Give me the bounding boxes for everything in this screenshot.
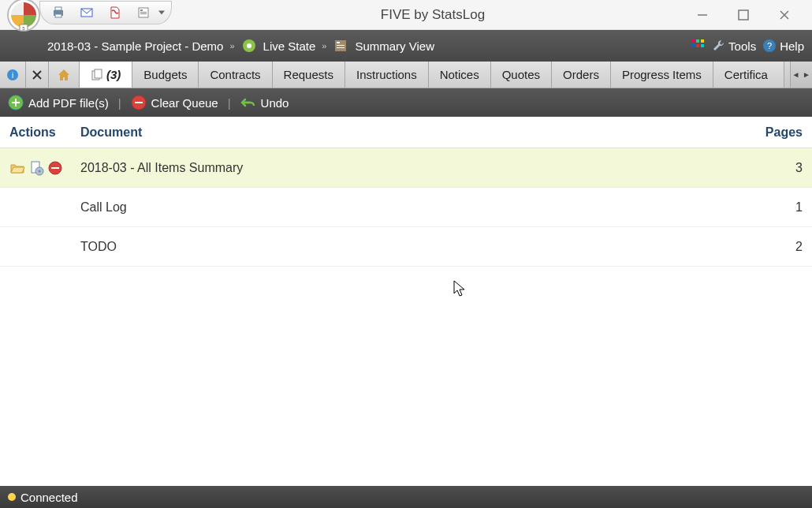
tab-quotes[interactable]: Quotes [491, 62, 552, 88]
tab-notices[interactable]: Notices [429, 62, 491, 88]
tab-info[interactable]: i [0, 62, 26, 88]
add-pdf-button[interactable]: Add PDF file(s) [8, 95, 109, 110]
breadcrumb-state[interactable]: Live State [241, 38, 316, 54]
help-button[interactable]: ? Help [762, 39, 804, 53]
col-header-document[interactable]: Document [80, 125, 747, 140]
svg-rect-26 [701, 44, 704, 47]
svg-rect-9 [140, 12, 147, 13]
tab-requests[interactable]: Requests [273, 62, 345, 88]
quick-access-toolbar [39, 1, 172, 24]
pdf-icon[interactable] [108, 6, 122, 20]
apps-grid-icon[interactable] [691, 39, 705, 53]
cell-pages: 2 [747, 240, 803, 254]
clear-queue-button[interactable]: Clear Queue [131, 95, 218, 110]
minus-circle-icon [131, 95, 147, 110]
tab-certificates[interactable]: Certifica [713, 62, 784, 88]
svg-rect-23 [701, 39, 704, 43]
tab-label: Requests [284, 68, 333, 81]
tab-label: Contracts [210, 68, 260, 81]
minimize-button[interactable] [694, 6, 711, 24]
window-controls [694, 6, 793, 24]
breadcrumb-project[interactable]: 2018-03 - Sample Project - Demo [47, 39, 223, 53]
tab-label: Certifica [724, 68, 768, 81]
undo-button[interactable]: Undo [240, 95, 289, 110]
svg-rect-12 [739, 10, 748, 20]
wrench-icon [711, 39, 725, 53]
svg-rect-24 [691, 44, 695, 47]
tab-documents[interactable]: (3) [80, 62, 132, 88]
svg-point-42 [39, 170, 41, 172]
cell-document: 2018-03 - All Items Summary [80, 161, 747, 175]
home-icon [57, 68, 71, 82]
action-toolbar: Add PDF file(s) | Clear Queue | Undo [0, 88, 812, 117]
documents-icon [91, 69, 103, 81]
svg-rect-10 [140, 13, 147, 14]
table-row[interactable]: 2018-03 - All Items Summary 3 [0, 148, 812, 188]
tab-label: Orders [563, 68, 599, 81]
remove-circle-icon[interactable] [47, 160, 63, 176]
maximize-button[interactable] [735, 6, 752, 24]
separator: | [228, 96, 231, 110]
close-icon [32, 70, 42, 80]
undo-icon [240, 95, 256, 110]
svg-rect-22 [696, 39, 699, 43]
tab-bar: i (3) Budgets Contracts Requests Instruc… [0, 62, 812, 88]
tab-label: Notices [440, 68, 479, 81]
add-pdf-label: Add PDF file(s) [28, 96, 109, 110]
export-icon[interactable] [136, 6, 151, 20]
tab-scroll-right[interactable]: ► [801, 62, 812, 88]
tab-budgets[interactable]: Budgets [132, 62, 199, 88]
close-button[interactable] [776, 6, 793, 24]
svg-rect-19 [337, 45, 345, 46]
tab-orders[interactable]: Orders [552, 62, 611, 88]
tab-instructions[interactable]: Instructions [345, 62, 429, 88]
svg-rect-25 [696, 44, 699, 47]
page-settings-icon[interactable] [28, 160, 44, 176]
svg-rect-18 [337, 42, 340, 43]
chevron-right-icon: » [322, 41, 326, 50]
cell-pages: 3 [747, 161, 803, 175]
undo-label: Undo [261, 96, 289, 110]
title-bar: 5 FIVE by StatsLog [0, 0, 812, 30]
chevron-right-icon: » [229, 41, 234, 50]
breadcrumb-bar: 2018-03 - Sample Project - Demo » Live S… [0, 30, 812, 62]
help-icon: ? [762, 39, 777, 53]
tab-label: Budgets [143, 68, 187, 81]
cell-pages: 1 [747, 200, 803, 215]
tab-scroll-left[interactable]: ◄ [790, 62, 801, 88]
table-row[interactable]: Call Log 1 [0, 188, 812, 227]
tab-contracts[interactable]: Contracts [199, 62, 272, 88]
tab-label: Progress Items [622, 68, 702, 81]
svg-text:?: ? [767, 41, 772, 50]
tab-close[interactable] [26, 62, 49, 88]
tab-home[interactable] [49, 62, 80, 88]
cursor-icon [453, 280, 467, 299]
table-row[interactable]: TODO 2 [0, 227, 812, 267]
svg-rect-5 [55, 14, 61, 17]
print-icon[interactable] [51, 6, 65, 20]
svg-rect-20 [337, 47, 345, 48]
folder-open-icon[interactable] [9, 160, 25, 176]
app-logo[interactable]: 5 [5, 0, 43, 34]
col-header-actions[interactable]: Actions [9, 125, 80, 140]
cell-document: Call Log [80, 200, 747, 215]
svg-point-16 [247, 43, 251, 48]
cell-document: TODO [80, 240, 747, 254]
svg-rect-8 [140, 9, 143, 11]
tab-documents-count: (3) [106, 68, 121, 81]
live-state-icon [241, 38, 257, 54]
mail-icon[interactable] [80, 6, 94, 20]
tools-button[interactable]: Tools [711, 39, 756, 53]
tab-label: Instructions [356, 68, 417, 81]
svg-rect-34 [95, 69, 102, 78]
window-title: FIVE by StatsLog [172, 7, 694, 23]
help-label: Help [780, 39, 804, 53]
clear-queue-label: Clear Queue [151, 96, 218, 110]
tab-label: Quotes [502, 68, 540, 81]
tools-label: Tools [728, 39, 756, 53]
col-header-pages[interactable]: Pages [747, 125, 803, 140]
status-bar: Connected [0, 486, 812, 508]
tab-progress-items[interactable]: Progress Items [611, 62, 713, 88]
breadcrumb-view[interactable]: Summary View [333, 38, 434, 54]
separator: | [118, 96, 121, 110]
